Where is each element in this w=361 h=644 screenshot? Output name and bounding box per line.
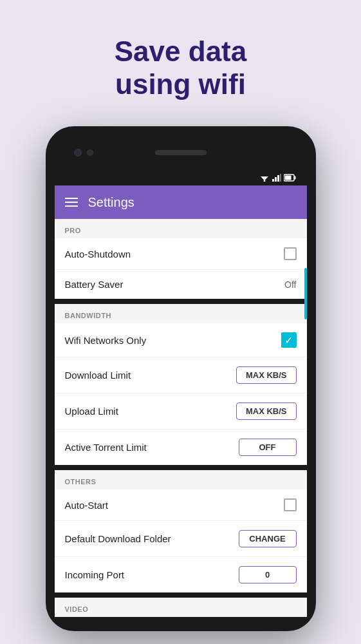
- svg-rect-6: [280, 174, 281, 182]
- status-bar: [55, 170, 307, 185]
- label-auto-shutdown: Auto-Shutdown: [65, 249, 131, 260]
- row-auto-shutdown: Auto-Shutdown: [55, 238, 307, 270]
- row-download-limit: Download Limit MAX KB/S: [55, 357, 307, 393]
- checkbox-auto-start[interactable]: [284, 498, 297, 511]
- value-battery-saver: Off: [284, 279, 296, 290]
- section-bandwidth: BANDWIDTH Wifi Networks Only ✓ Download …: [55, 304, 307, 465]
- button-incoming-port[interactable]: 0: [239, 566, 297, 583]
- checkbox-auto-shutdown[interactable]: [284, 247, 297, 260]
- section-others: OTHERS Auto-Start Default Download Folde…: [55, 470, 307, 592]
- button-download-limit[interactable]: MAX KB/S: [236, 366, 297, 384]
- svg-point-2: [263, 180, 265, 182]
- svg-rect-9: [284, 176, 291, 180]
- svg-rect-4: [275, 177, 277, 182]
- hamburger-menu-icon[interactable]: [65, 198, 78, 207]
- svg-rect-8: [294, 176, 295, 180]
- app-bar-title: Settings: [88, 195, 134, 210]
- svg-rect-5: [277, 175, 279, 182]
- section-header-pro: PRO: [55, 219, 307, 238]
- label-upload-limit: Upload Limit: [65, 406, 118, 417]
- scroll-indicator: [304, 268, 307, 319]
- hero-title: Save data using wifi: [115, 35, 246, 100]
- section-header-video: VIDEO: [55, 598, 307, 617]
- label-incoming-port: Incoming Port: [65, 569, 125, 580]
- section-pro: PRO Auto-Shutdown Battery Saver Off: [55, 219, 307, 299]
- row-active-torrent-limit: Active Torrent Limit OFF: [55, 430, 307, 465]
- app-bar: Settings: [55, 185, 307, 219]
- row-upload-limit: Upload Limit MAX KB/S: [55, 393, 307, 430]
- phone-top-bar: [55, 135, 307, 170]
- label-download-limit: Download Limit: [65, 370, 131, 381]
- row-default-download-folder: Default Download Folder CHANGE: [55, 521, 307, 557]
- section-video: VIDEO: [55, 598, 307, 617]
- button-active-torrent-limit[interactable]: OFF: [239, 439, 297, 456]
- row-incoming-port: Incoming Port 0: [55, 557, 307, 592]
- label-auto-start: Auto-Start: [65, 500, 109, 511]
- row-battery-saver: Battery Saver Off: [55, 270, 307, 299]
- settings-content: PRO Auto-Shutdown Battery Saver Off BAND…: [55, 219, 307, 617]
- label-active-torrent-limit: Active Torrent Limit: [65, 442, 147, 453]
- signal-icon: [272, 174, 281, 182]
- label-wifi-networks-only: Wifi Networks Only: [65, 335, 147, 346]
- row-wifi-networks-only: Wifi Networks Only ✓: [55, 323, 307, 357]
- label-default-download-folder: Default Download Folder: [65, 533, 171, 544]
- phone-camera-left: [74, 149, 82, 156]
- svg-rect-3: [272, 179, 274, 182]
- wifi-status-icon: [259, 174, 270, 182]
- label-battery-saver: Battery Saver: [65, 279, 124, 290]
- section-header-bandwidth: BANDWIDTH: [55, 304, 307, 323]
- button-default-download-folder[interactable]: CHANGE: [239, 530, 297, 547]
- phone-camera-right: [87, 149, 93, 156]
- section-header-others: OTHERS: [55, 470, 307, 489]
- phone-speaker: [155, 150, 207, 155]
- row-auto-start: Auto-Start: [55, 489, 307, 521]
- checkbox-wifi-networks-only[interactable]: ✓: [281, 332, 297, 348]
- phone-device: Settings PRO Auto-Shutdown Battery Saver…: [46, 126, 316, 631]
- battery-icon: [284, 174, 297, 182]
- button-upload-limit[interactable]: MAX KB/S: [236, 402, 297, 420]
- status-icons: [259, 174, 297, 182]
